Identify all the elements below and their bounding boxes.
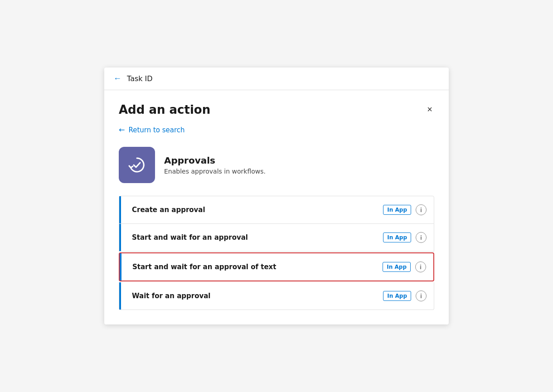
action-right-start-wait-approval-text: In Appi — [383, 261, 426, 272]
action-name-create-approval: Create an approval — [128, 206, 205, 214]
action-list: Create an approvalIn AppiStart and wait … — [119, 196, 434, 310]
connector-section: Approvals Enables approvals in workflows… — [119, 147, 434, 183]
connector-icon — [119, 147, 155, 183]
return-to-search-label: Return to search — [128, 126, 184, 134]
action-right-create-approval: In Appi — [383, 204, 427, 215]
action-item-create-approval[interactable]: Create an approvalIn Appi — [119, 196, 434, 224]
action-right-wait-approval: In Appi — [383, 290, 427, 301]
in-app-badge-start-wait-approval-text[interactable]: In App — [383, 262, 411, 272]
add-action-panel: ← Task ID Add an action × ← Return to se… — [104, 68, 449, 324]
action-item-wait-approval[interactable]: Wait for an approvalIn Appi — [119, 282, 434, 310]
info-icon-wait-approval[interactable]: i — [416, 290, 427, 301]
back-arrow-icon: ← — [113, 74, 121, 83]
return-arrow-icon: ← — [119, 126, 125, 134]
close-button[interactable]: × — [425, 103, 434, 116]
top-bar: ← Task ID — [104, 68, 449, 90]
action-item-start-wait-approval[interactable]: Start and wait for an approvalIn Appi — [119, 224, 434, 252]
connector-name: Approvals — [164, 155, 266, 166]
return-to-search-link[interactable]: ← Return to search — [119, 126, 434, 134]
in-app-badge-wait-approval[interactable]: In App — [383, 291, 411, 301]
connector-description: Enables approvals in workflows. — [164, 168, 266, 175]
panel-header: Add an action × — [119, 103, 434, 116]
top-bar-back-button[interactable]: ← — [113, 74, 121, 83]
top-bar-title: Task ID — [127, 74, 153, 83]
info-icon-create-approval[interactable]: i — [416, 204, 427, 215]
info-icon-start-wait-approval[interactable]: i — [416, 232, 427, 243]
in-app-badge-create-approval[interactable]: In App — [383, 205, 411, 215]
panel-content: Add an action × ← Return to search — [104, 90, 449, 324]
action-right-start-wait-approval: In Appi — [383, 232, 427, 243]
connector-info: Approvals Enables approvals in workflows… — [164, 155, 266, 175]
action-name-start-wait-approval-text: Start and wait for an approval of text — [129, 263, 276, 271]
in-app-badge-start-wait-approval[interactable]: In App — [383, 232, 411, 242]
action-name-wait-approval: Wait for an approval — [128, 292, 210, 300]
action-name-start-wait-approval: Start and wait for an approval — [128, 233, 248, 242]
approvals-icon — [126, 155, 147, 175]
info-icon-start-wait-approval-text[interactable]: i — [415, 261, 426, 272]
action-item-start-wait-approval-text[interactable]: Start and wait for an approval of textIn… — [119, 252, 434, 281]
panel-title: Add an action — [119, 103, 210, 116]
